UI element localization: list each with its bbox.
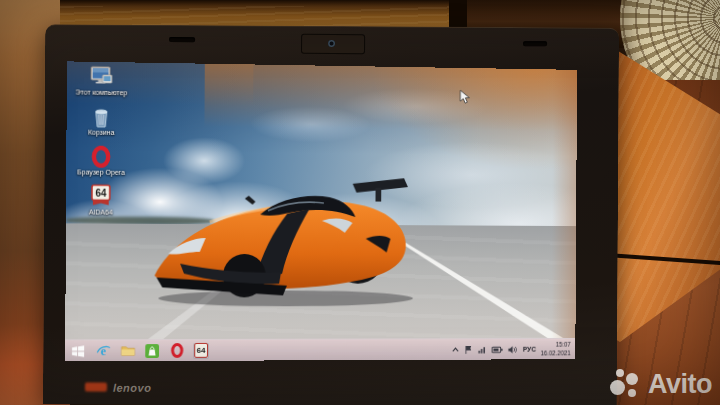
aida64-icon: 64: [89, 184, 113, 208]
desktop-icon-this-pc[interactable]: Этот компьютер: [73, 65, 131, 97]
svg-text:64: 64: [95, 188, 107, 199]
taskbar: e: [65, 338, 575, 361]
avito-logo-icon: [609, 367, 643, 401]
tray-date: 16.02.2021: [541, 349, 571, 357]
language-indicator[interactable]: РУС: [523, 346, 536, 353]
desktop-icon-label: Корзина: [72, 128, 129, 137]
laptop-screen: Этот компьютер Корзина Браузер Opera: [65, 61, 577, 361]
aida64-icon: 64: [194, 343, 208, 358]
action-center-flag-icon[interactable]: [465, 345, 474, 355]
lid-latch-left: [169, 37, 195, 42]
desktop-icon-label: Этот компьютер: [73, 88, 130, 97]
tray-time: 15:07: [541, 341, 571, 349]
webcam-module: [301, 34, 365, 54]
folder-icon: [120, 343, 135, 358]
system-tray: РУС 15:07 16.02.2021: [452, 341, 571, 357]
photo-scene: Этот компьютер Корзина Браузер Opera: [0, 0, 720, 405]
avito-watermark: Avito: [609, 367, 712, 401]
windows-store-button[interactable]: [144, 343, 160, 359]
table-leg: [449, 0, 467, 30]
desktop-icon-aida64[interactable]: 64 AIDA64: [72, 183, 130, 216]
desktop-icon-opera[interactable]: Браузер Opera: [72, 145, 130, 177]
battery-icon[interactable]: [492, 345, 503, 353]
network-icon[interactable]: [478, 345, 487, 354]
opera-icon: [169, 343, 184, 358]
wallpaper-supercar: [150, 160, 423, 311]
aida64-button[interactable]: 64: [193, 342, 209, 358]
desktop-icon-label: Браузер Opera: [72, 168, 129, 177]
avito-watermark-text: Avito: [648, 369, 712, 400]
recycle-bin-icon: [89, 106, 113, 128]
taskbar-buttons: e: [70, 342, 209, 358]
store-icon: [145, 344, 159, 358]
file-explorer-button[interactable]: [120, 343, 136, 359]
volume-icon[interactable]: [508, 344, 518, 354]
opera-icon: [89, 146, 113, 168]
internet-explorer-button[interactable]: e: [95, 343, 111, 359]
this-pc-icon: [90, 66, 114, 88]
laptop-body: Этот компьютер Корзина Браузер Opera: [43, 24, 619, 405]
taskbar-empty-area[interactable]: [209, 349, 452, 350]
windows-logo-icon: [71, 344, 85, 358]
bezel-reflection: [85, 383, 107, 392]
lenovo-logo: lenovo: [113, 382, 152, 394]
opera-button[interactable]: [169, 343, 185, 359]
webcam-lens-icon: [328, 40, 335, 47]
desktop-icon-label: AIDA64: [72, 208, 129, 216]
desktop-icon-recycle-bin[interactable]: Корзина: [72, 105, 130, 137]
hidden-icons-chevron-icon[interactable]: [452, 345, 461, 354]
mouse-cursor: [459, 89, 470, 105]
internet-explorer-icon: e: [95, 343, 110, 358]
start-button[interactable]: [70, 343, 86, 359]
lid-latch-right: [523, 41, 547, 46]
tray-clock[interactable]: 15:07 16.02.2021: [541, 341, 571, 357]
